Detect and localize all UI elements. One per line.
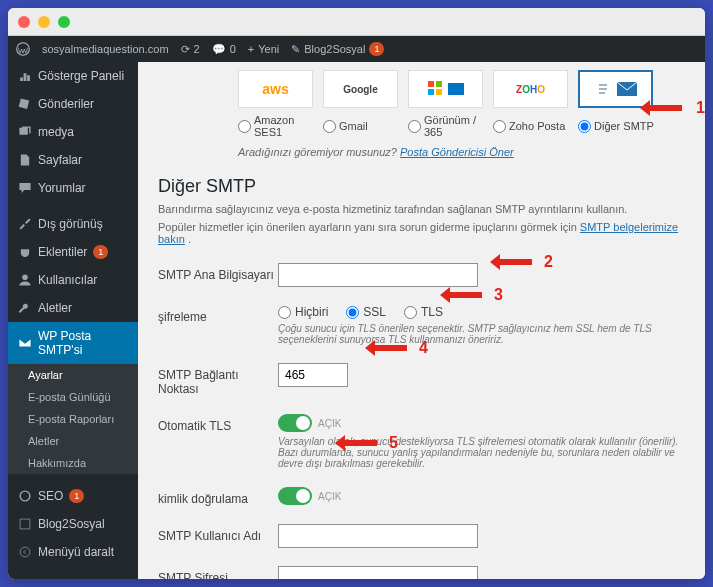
app-window: sosyalmediaquestion.com ⟳ 2 💬 0 + Yeni ✎… (8, 8, 705, 579)
label-smtp-user: SMTP Kullanıcı Adı (158, 524, 278, 543)
svg-rect-4 (428, 81, 434, 87)
sidebar-item-dashboard[interactable]: Gösterge Paneli (8, 62, 138, 90)
sidebar-item-seo[interactable]: SEO 1 (8, 482, 138, 510)
radio-enc-none[interactable]: Hiçbiri (278, 305, 328, 319)
section-desc-1: Barındırma sağlayıcınız veya e-posta hiz… (158, 203, 685, 215)
provider-google[interactable]: Google (323, 70, 398, 108)
toggle-autotls-state: AÇIK (318, 418, 341, 429)
radio-zoho[interactable]: Zoho Posta (493, 114, 578, 138)
sidebar-sub-emailreports[interactable]: E-posta Raporları (8, 408, 138, 430)
annotation-arrow-3: 3 (438, 284, 503, 306)
provider-outlook[interactable] (408, 70, 483, 108)
label-encryption: şifreleme (158, 305, 278, 324)
maximize-window[interactable] (58, 16, 70, 28)
svg-rect-8 (448, 83, 464, 95)
label-smtp-pass: SMTP Şifresi (158, 566, 278, 579)
envelope-icon (591, 79, 641, 99)
provider-other-smtp[interactable] (578, 70, 653, 108)
blog2social[interactable]: ✎ Blog2Sosyal 1 (291, 42, 384, 56)
svg-rect-5 (436, 81, 442, 87)
label-smtp-host: SMTP Ana Bilgisayarı (158, 263, 278, 282)
sidebar-collapse[interactable]: Menüyü daralt (8, 538, 138, 566)
section-title: Diğer SMTP (158, 176, 685, 197)
radio-enc-ssl[interactable]: SSL (346, 305, 386, 319)
mailer-radio-row: Amazon SES1 Gmail Görünüm / 365 Zoho Pos… (238, 114, 685, 138)
svg-rect-7 (436, 89, 442, 95)
sidebar-item-blog2social[interactable]: Blog2Sosyal (8, 510, 138, 538)
svg-point-3 (20, 547, 30, 557)
updates[interactable]: ⟳ 2 (181, 43, 200, 56)
radio-amazon[interactable]: Amazon SES1 (238, 114, 323, 138)
wp-adminbar: sosyalmediaquestion.com ⟳ 2 💬 0 + Yeni ✎… (8, 36, 705, 62)
provider-zoho[interactable]: ZOHO (493, 70, 568, 108)
label-autotls: Otomatik TLS (158, 414, 278, 433)
suggest-mailer-link[interactable]: Posta Göndericisi Öner (400, 146, 514, 158)
toggle-auth-state: AÇIK (318, 491, 341, 502)
suggest-mailer-hint: Aradığınızı göremiyor musunuz? Posta Gön… (238, 146, 685, 158)
comments[interactable]: 💬 0 (212, 43, 236, 56)
close-window[interactable] (18, 16, 30, 28)
site-name[interactable]: sosyalmediaquestion.com (42, 43, 169, 55)
autotls-desc: Varsayılan olarak, sunucu destekliyorsa … (278, 436, 685, 469)
radio-outlook[interactable]: Görünüm / 365 (408, 114, 493, 138)
encryption-options: Hiçbiri SSL TLS (278, 305, 685, 319)
sidebar-item-pages[interactable]: Sayfalar (8, 146, 138, 174)
provider-aws[interactable]: aws (238, 70, 313, 108)
svg-point-1 (22, 274, 28, 280)
mailer-providers: aws Google ZOHO (238, 70, 685, 108)
sidebar-item-appearance[interactable]: Dış görünüş (8, 210, 138, 238)
toggle-autotls[interactable] (278, 414, 312, 432)
radio-other-smtp[interactable]: Diğer SMTP (578, 114, 663, 138)
input-smtp-host[interactable] (278, 263, 478, 287)
sidebar-item-comments[interactable]: Yorumlar (8, 174, 138, 202)
main-content: aws Google ZOHO Amazon SES1 Gmail Görünü… (138, 62, 705, 579)
sidebar-sub-tools[interactable]: Aletler (8, 430, 138, 452)
input-smtp-pass[interactable] (278, 566, 478, 579)
wp-logo[interactable] (16, 42, 30, 56)
sidebar-sub-settings[interactable]: Ayarlar (8, 364, 138, 386)
sidebar-item-users[interactable]: Kullanıcılar (8, 266, 138, 294)
label-smtp-port: SMTP Bağlantı Noktası (158, 363, 278, 396)
svg-rect-6 (428, 89, 434, 95)
sidebar-sub-about[interactable]: Hakkımızda (8, 452, 138, 474)
svg-point-2 (20, 491, 30, 501)
admin-sidebar: Gösterge Paneli Gönderiler medya Sayfala… (8, 62, 138, 579)
sidebar-item-media[interactable]: medya (8, 118, 138, 146)
outlook-icon (426, 79, 466, 99)
encryption-desc: Çoğu sunucu için TLS önerilen seçenektir… (278, 323, 685, 345)
minimize-window[interactable] (38, 16, 50, 28)
mac-titlebar (8, 8, 705, 36)
label-auth: kimlik doğrulama (158, 487, 278, 506)
input-smtp-user[interactable] (278, 524, 478, 548)
sidebar-item-posts[interactable]: Gönderiler (8, 90, 138, 118)
new-content[interactable]: + Yeni (248, 43, 279, 55)
section-desc-2: Popüler hizmetler için önerilen ayarları… (158, 221, 685, 245)
radio-enc-tls[interactable]: TLS (404, 305, 443, 319)
sidebar-item-tools[interactable]: Aletler (8, 294, 138, 322)
input-smtp-port[interactable] (278, 363, 348, 387)
sidebar-sub-emaillog[interactable]: E-posta Günlüğü (8, 386, 138, 408)
toggle-auth[interactable] (278, 487, 312, 505)
radio-gmail[interactable]: Gmail (323, 114, 408, 138)
sidebar-item-plugins[interactable]: Eklentiler 1 (8, 238, 138, 266)
sidebar-item-wpmailsmtp[interactable]: WP Posta SMTP'si (8, 322, 138, 364)
